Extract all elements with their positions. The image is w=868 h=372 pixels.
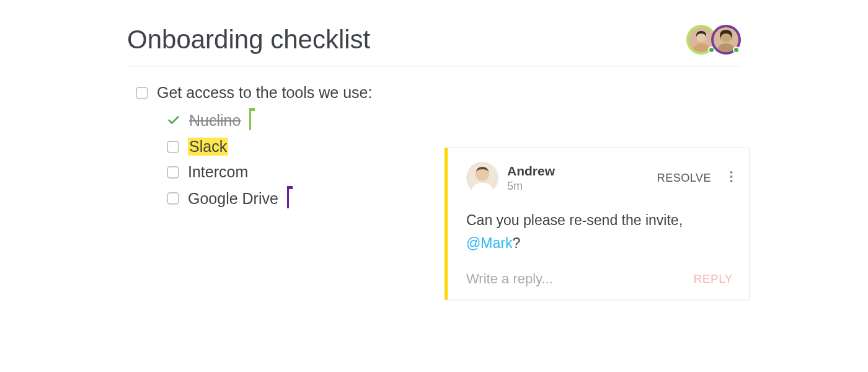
comment-timestamp: 5m bbox=[507, 180, 649, 193]
checklist-parent[interactable]: Get access to the tools we use: bbox=[136, 84, 741, 102]
checklist-item-nuclino[interactable]: Nuclino bbox=[167, 110, 741, 130]
reply-row: REPLY bbox=[466, 271, 733, 287]
mention[interactable]: @Mark bbox=[466, 235, 512, 251]
comment-author-name: Andrew bbox=[507, 164, 649, 179]
comment-text-post: ? bbox=[512, 235, 520, 251]
checkmark-icon bbox=[167, 113, 180, 127]
item-label: Google Drive bbox=[188, 190, 278, 208]
comment-header: Andrew 5m RESOLVE bbox=[466, 162, 733, 194]
checkbox[interactable] bbox=[167, 166, 179, 179]
resolve-button[interactable]: RESOLVE bbox=[657, 172, 711, 185]
item-label: Nuclino bbox=[189, 112, 241, 130]
reply-button[interactable]: REPLY bbox=[694, 272, 733, 286]
checklist-label: Get access to the tools we use: bbox=[157, 84, 372, 102]
comment-body: Can you please re-send the invite, @Mark… bbox=[466, 209, 733, 255]
comment-meta: Andrew 5m bbox=[507, 164, 649, 193]
collaborator-cursor bbox=[249, 110, 251, 130]
collaborator-cursor bbox=[287, 188, 289, 208]
person-icon bbox=[466, 162, 498, 194]
item-label: Intercom bbox=[188, 163, 248, 181]
page-header: Onboarding checklist bbox=[127, 25, 741, 66]
collaborator-avatars bbox=[691, 25, 741, 55]
checkbox[interactable] bbox=[167, 141, 179, 153]
reply-input[interactable] bbox=[466, 271, 694, 287]
avatar-user-2[interactable] bbox=[711, 25, 741, 55]
page-title: Onboarding checklist bbox=[127, 25, 370, 55]
comment-author-avatar[interactable] bbox=[466, 162, 498, 194]
checkbox[interactable] bbox=[136, 87, 148, 99]
svg-point-5 bbox=[730, 180, 733, 182]
item-label: Slack bbox=[188, 138, 228, 156]
dots-vertical-icon bbox=[730, 170, 733, 183]
presence-indicator bbox=[733, 46, 740, 53]
svg-point-3 bbox=[730, 171, 733, 174]
svg-point-4 bbox=[730, 175, 733, 178]
checkbox[interactable] bbox=[167, 192, 179, 205]
comment-panel: Andrew 5m RESOLVE Can you please re-send… bbox=[445, 148, 750, 300]
more-options-button[interactable] bbox=[730, 170, 733, 186]
comment-text-pre: Can you please re-send the invite, bbox=[466, 212, 683, 228]
